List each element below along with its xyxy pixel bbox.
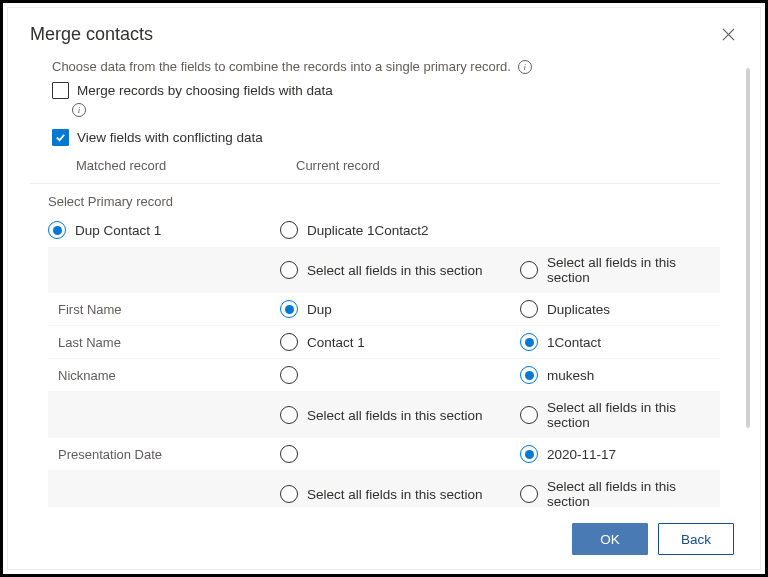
back-button-label: Back [681,532,711,547]
select-all-right-label: Select all fields in this section [547,479,720,507]
field-left-radio[interactable] [280,300,298,318]
field-left-value: Contact 1 [307,335,365,350]
scrollbar[interactable] [746,68,750,428]
field-row: Presentation Date 2020-11-17 [48,438,720,471]
field-right-radio[interactable] [520,445,538,463]
select-all-right-radio[interactable] [520,406,538,424]
select-all-left-radio[interactable] [280,406,298,424]
field-right-radio[interactable] [520,333,538,351]
field-left-value: Dup [307,302,332,317]
select-all-left-radio[interactable] [280,261,298,279]
field-right-value: 2020-11-17 [547,447,616,462]
field-row: First Name Dup Duplicates [48,293,720,326]
back-button[interactable]: Back [658,523,734,555]
view-conflicting-checkbox[interactable] [52,129,69,146]
field-label: Presentation Date [58,447,280,462]
column-matched-header: Matched record [76,158,296,173]
select-primary-header: Select Primary record [30,194,720,217]
merge-contacts-dialog: Merge contacts Choose data from the fiel… [8,8,760,569]
field-label: First Name [58,302,280,317]
field-left-radio[interactable] [280,366,298,384]
select-all-left-radio[interactable] [280,485,298,503]
select-all-left-label: Select all fields in this section [307,263,483,278]
select-all-right-label: Select all fields in this section [547,400,720,430]
select-all-right-label: Select all fields in this section [547,255,720,285]
select-all-left-label: Select all fields in this section [307,408,483,423]
field-row: Nickname mukesh [48,359,720,392]
primary-record-right-radio[interactable] [280,221,298,239]
field-label: Last Name [58,335,280,350]
field-right-radio[interactable] [520,300,538,318]
select-all-right-radio[interactable] [520,485,538,503]
merge-by-fields-label: Merge records by choosing fields with da… [77,83,333,98]
column-current-header: Current record [296,158,526,173]
field-row: Last Name Contact 1 1Contact [48,326,720,359]
field-right-value: 1Contact [547,335,601,350]
ok-button[interactable]: OK [572,523,648,555]
view-conflicting-label: View fields with conflicting data [77,130,263,145]
check-icon [55,132,66,143]
field-left-radio[interactable] [280,333,298,351]
info-icon[interactable]: i [72,103,86,117]
primary-record-left-radio[interactable] [48,221,66,239]
primary-record-right-label: Duplicate 1Contact2 [307,223,429,238]
select-all-right-radio[interactable] [520,261,538,279]
dialog-title: Merge contacts [30,24,153,45]
field-right-radio[interactable] [520,366,538,384]
info-icon[interactable]: i [518,60,532,74]
field-right-value: mukesh [547,368,594,383]
select-all-left-label: Select all fields in this section [307,487,483,502]
field-label: Nickname [58,368,280,383]
ok-button-label: OK [600,532,620,547]
close-button[interactable] [718,24,738,44]
field-right-value: Duplicates [547,302,610,317]
merge-by-fields-checkbox[interactable] [52,82,69,99]
primary-record-left-label: Dup Contact 1 [75,223,161,238]
dialog-description: Choose data from the fields to combine t… [52,59,511,74]
field-left-radio[interactable] [280,445,298,463]
close-icon [722,28,735,41]
